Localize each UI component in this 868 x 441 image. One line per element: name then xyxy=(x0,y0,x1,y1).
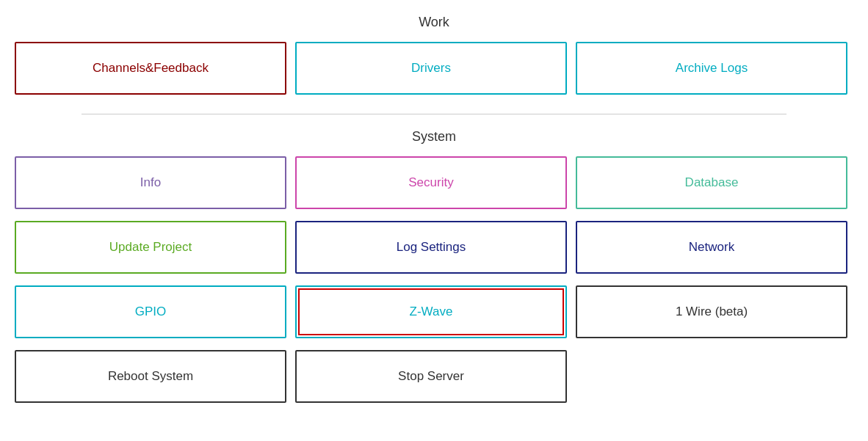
z-wave-button[interactable]: Z-Wave xyxy=(295,285,567,338)
work-grid: Channels&Feedback Drivers Archive Logs xyxy=(15,42,853,95)
system-title: System xyxy=(15,129,853,145)
info-button[interactable]: Info xyxy=(15,156,286,209)
1wire-button[interactable]: 1 Wire (beta) xyxy=(576,285,847,338)
system-row-4: Reboot System Stop Server xyxy=(15,350,853,403)
network-button[interactable]: Network xyxy=(576,221,847,274)
system-row-2: Update Project Log Settings Network xyxy=(15,221,853,274)
archive-logs-button[interactable]: Archive Logs xyxy=(576,42,847,95)
section-divider xyxy=(82,114,786,114)
empty-cell xyxy=(576,350,847,403)
work-section: Work Channels&Feedback Drivers Archive L… xyxy=(15,15,853,106)
update-project-button[interactable]: Update Project xyxy=(15,221,286,274)
security-button[interactable]: Security xyxy=(295,156,567,209)
system-section: System Info Security Database Update Pro… xyxy=(15,129,853,415)
channels-feedback-button[interactable]: Channels&Feedback xyxy=(15,42,286,95)
log-settings-button[interactable]: Log Settings xyxy=(295,221,567,274)
drivers-button[interactable]: Drivers xyxy=(295,42,567,95)
stop-server-button[interactable]: Stop Server xyxy=(295,350,567,403)
work-title: Work xyxy=(15,15,853,30)
database-button[interactable]: Database xyxy=(576,156,847,209)
reboot-button[interactable]: Reboot System xyxy=(15,350,286,403)
system-row-3: GPIO Z-Wave 1 Wire (beta) xyxy=(15,285,853,338)
gpio-button[interactable]: GPIO xyxy=(15,285,286,338)
system-row-1: Info Security Database xyxy=(15,156,853,209)
